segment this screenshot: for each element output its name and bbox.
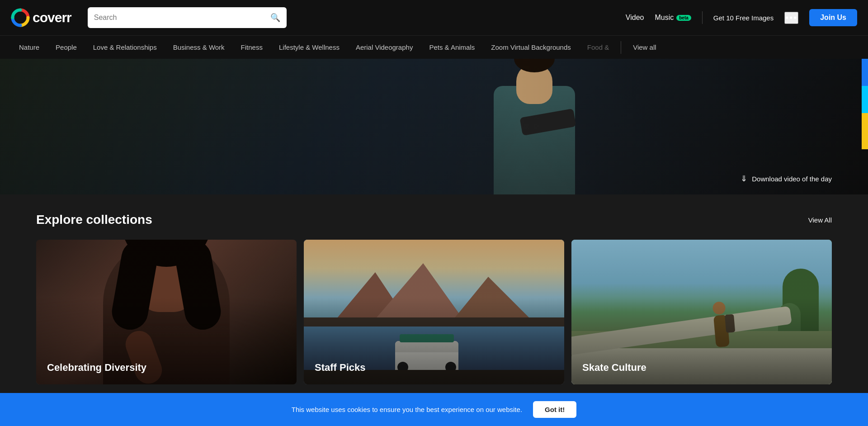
side-bar-yellow xyxy=(862,113,868,149)
section-title: Explore collections xyxy=(36,213,152,227)
music-nav-link[interactable]: Music beta xyxy=(655,14,691,22)
nav-zoom[interactable]: Zoom Virtual Backgrounds xyxy=(483,36,579,59)
card-staff-label: Staff Picks xyxy=(315,362,366,374)
nav-divider xyxy=(621,41,621,54)
download-label: Download video of the day xyxy=(752,175,832,183)
logo[interactable]: coverr xyxy=(11,8,71,27)
cookie-banner: This website uses cookies to ensure you … xyxy=(0,393,868,402)
music-label: Music xyxy=(655,14,674,22)
card-diversity-label: Celebrating Diversity xyxy=(47,362,146,374)
nav-nature[interactable]: Nature xyxy=(11,36,47,59)
beta-badge: beta xyxy=(676,15,691,21)
main-content: Explore collections View All Celebrating… xyxy=(0,194,868,402)
side-bar-blue xyxy=(862,59,868,86)
nav-lifestyle[interactable]: Lifestyle & Wellness xyxy=(271,36,348,59)
search-input[interactable] xyxy=(94,14,267,22)
search-icon: 🔍 xyxy=(270,13,280,23)
card-skate-label: Skate Culture xyxy=(582,362,646,374)
side-bar-cyan xyxy=(862,86,868,113)
nav-bar: Nature People Love & Relationships Busin… xyxy=(0,35,868,59)
section-header: Explore collections View All xyxy=(36,213,832,227)
header: coverr 🔍 Video Music beta Get 10 Free Im… xyxy=(0,0,868,35)
collection-card-staff[interactable]: Staff Picks xyxy=(304,240,564,384)
download-icon: ⇓ xyxy=(741,174,747,184)
collection-card-diversity[interactable]: Celebrating Diversity xyxy=(36,240,297,384)
nav-love[interactable]: Love & Relationships xyxy=(85,36,165,59)
search-bar[interactable]: 🔍 xyxy=(88,7,287,28)
nav-pets[interactable]: Pets & Animals xyxy=(421,36,483,59)
hero-overlay xyxy=(0,59,868,194)
nav-view-all[interactable]: View all xyxy=(625,36,664,59)
hero-download[interactable]: ⇓ Download video of the day xyxy=(741,174,832,184)
logo-text: coverr xyxy=(33,10,71,25)
header-right: Video Music beta Get 10 Free Images ••• … xyxy=(626,9,857,26)
got-it-button[interactable]: Got it! xyxy=(533,401,576,402)
hero-section: ⇓ Download video of the day xyxy=(0,59,868,194)
nav-aerial[interactable]: Aerial Videography xyxy=(348,36,421,59)
view-all-collections[interactable]: View All xyxy=(808,216,832,224)
nav-business[interactable]: Business & Work xyxy=(165,36,233,59)
more-button[interactable]: ••• xyxy=(784,12,798,24)
free-images-link[interactable]: Get 10 Free Images xyxy=(713,14,774,22)
nav-people[interactable]: People xyxy=(47,36,85,59)
header-divider xyxy=(702,11,703,24)
nav-fitness[interactable]: Fitness xyxy=(233,36,271,59)
side-color-bar xyxy=(862,59,868,149)
video-nav-link[interactable]: Video xyxy=(626,14,644,22)
nav-food[interactable]: Food & xyxy=(579,36,617,59)
collections-grid: Celebrating Diversity xyxy=(36,240,832,384)
collection-card-skate[interactable]: Skate Culture xyxy=(571,240,832,384)
join-button[interactable]: Join Us xyxy=(809,9,857,26)
